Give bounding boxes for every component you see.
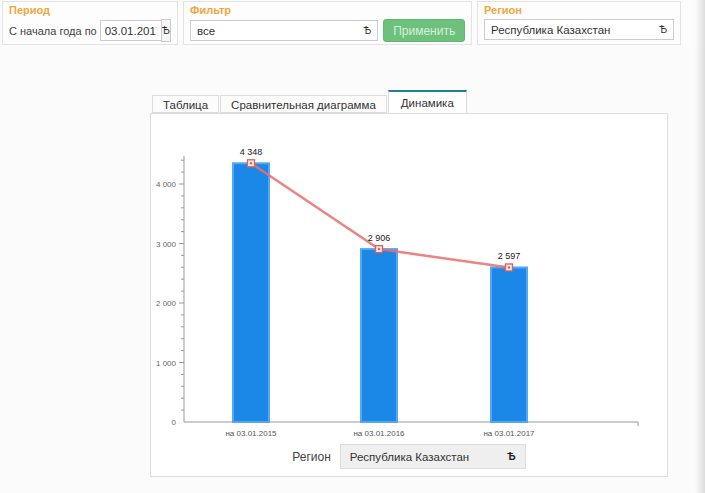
apply-button[interactable]: Применить xyxy=(383,19,465,42)
window-edge-shade xyxy=(695,0,705,493)
region-label: Регион xyxy=(484,5,674,16)
footer-region-select[interactable]: Республика Казахстан Ѣ xyxy=(340,444,526,469)
y-tick-label: 4 000 xyxy=(156,180,177,189)
period-label: Период xyxy=(9,5,171,16)
region-value: Республика Казахстан xyxy=(491,24,610,36)
x-category-label: на 03.01.2017 xyxy=(483,429,535,438)
panel-footer: Регион Республика Казахстан Ѣ xyxy=(151,444,667,469)
y-tick-label: 3 000 xyxy=(156,240,177,249)
value-label: 2 906 xyxy=(368,233,391,243)
period-picker-icon[interactable]: Ѣ xyxy=(161,19,171,42)
period-group: Период С начала года по Ѣ xyxy=(2,1,178,45)
top-toolbar: Период С начала года по Ѣ Фильтр все Ѣ П… xyxy=(0,0,705,47)
view-tabs: Таблица Сравнительная диаграмма Динамика xyxy=(152,90,468,113)
dynamics-chart: 01 0002 0003 0004 0004 348на 03.01.20152… xyxy=(151,114,667,444)
point-marker-dot xyxy=(378,248,380,250)
filter-value: все xyxy=(197,25,215,37)
tab-table[interactable]: Таблица xyxy=(152,95,219,113)
filter-group: Фильтр все Ѣ Применить xyxy=(183,1,472,45)
dynamics-panel: 01 0002 0003 0004 0004 348на 03.01.20152… xyxy=(150,113,668,477)
y-tick-label: 0 xyxy=(172,418,177,427)
region-group: Регион Республика Казахстан Ѣ xyxy=(477,1,681,45)
period-date-input[interactable] xyxy=(100,20,162,41)
chart-bar xyxy=(361,249,397,422)
footer-region-picker-icon[interactable]: Ѣ xyxy=(507,451,516,462)
point-marker-dot xyxy=(250,162,252,164)
y-tick-label: 1 000 xyxy=(156,359,177,368)
region-picker-icon[interactable]: Ѣ xyxy=(659,24,667,35)
footer-region-value: Республика Казахстан xyxy=(350,451,469,463)
value-label: 4 348 xyxy=(240,147,263,157)
filter-combobox[interactable]: все Ѣ xyxy=(190,20,378,41)
value-label: 2 597 xyxy=(498,251,521,261)
chart-bar xyxy=(491,267,527,422)
filter-label: Фильтр xyxy=(190,5,465,16)
x-category-label: на 03.01.2015 xyxy=(225,429,277,438)
period-prefix-label: С начала года по xyxy=(9,25,97,37)
filter-picker-icon[interactable]: Ѣ xyxy=(364,25,372,36)
footer-region-label: Регион xyxy=(292,450,331,464)
region-combobox[interactable]: Республика Казахстан Ѣ xyxy=(484,19,674,40)
point-marker-dot xyxy=(508,266,510,268)
y-tick-label: 2 000 xyxy=(156,299,177,308)
tab-comparative-diagram[interactable]: Сравнительная диаграмма xyxy=(220,95,387,113)
x-category-label: на 03.01.2016 xyxy=(353,429,405,438)
tab-dynamics[interactable]: Динамика xyxy=(388,90,467,113)
chart-bar xyxy=(233,163,269,422)
